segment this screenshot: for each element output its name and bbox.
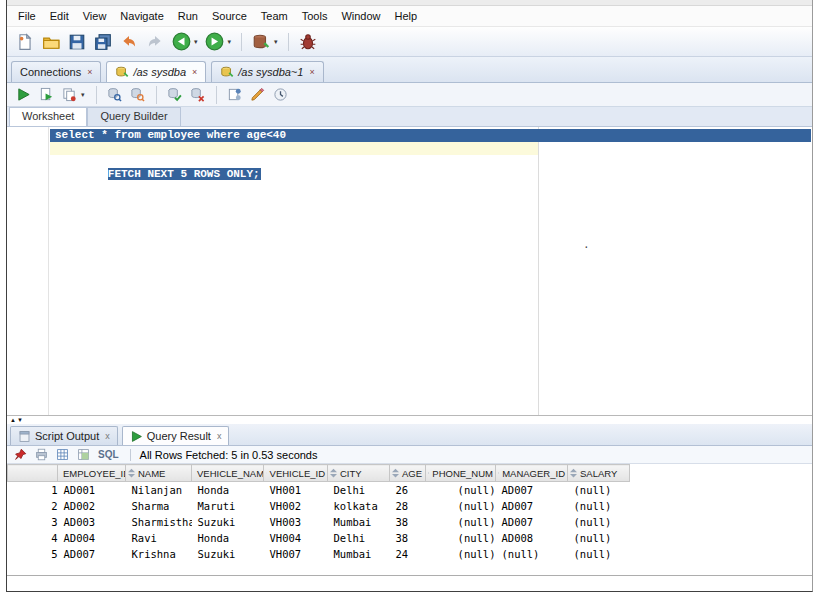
run-script-button[interactable] — [36, 85, 56, 105]
cell-vehicle-name[interactable]: Maruti — [192, 498, 264, 514]
collapse-down-icon[interactable]: ▼ — [17, 417, 23, 423]
column-header-vehicle-id[interactable]: VEHICLE_ID — [264, 465, 328, 482]
cell-salary[interactable]: (null) — [568, 530, 630, 546]
autotrace-dropdown-icon[interactable]: ▾ — [81, 91, 85, 99]
cell-vehicle-id[interactable]: VH001 — [264, 482, 328, 498]
cell-age[interactable]: 38 — [390, 514, 426, 530]
cell-city[interactable]: Delhi — [328, 482, 390, 498]
clear-button[interactable] — [248, 85, 268, 105]
cell-age[interactable]: 28 — [390, 498, 426, 514]
column-header-age[interactable]: AGE — [390, 465, 426, 482]
single-record-button[interactable] — [75, 447, 91, 463]
sql-editor[interactable]: select * from employee where age<40 FETC… — [7, 127, 812, 415]
cell-manager-id[interactable]: (null) — [496, 546, 568, 562]
run-statement-button[interactable] — [13, 85, 33, 105]
menu-run[interactable]: Run — [171, 8, 205, 24]
cell-vehicle-id[interactable]: VH003 — [264, 514, 328, 530]
redo-button[interactable] — [143, 30, 167, 54]
cell-vehicle-id[interactable]: VH004 — [264, 530, 328, 546]
cell-employee-id[interactable]: AD001 — [58, 482, 126, 498]
forward-dropdown-icon[interactable]: ▾ — [228, 38, 232, 46]
autotrace-button[interactable] — [59, 85, 79, 105]
back-button[interactable] — [169, 30, 193, 54]
cell-age[interactable]: 24 — [390, 546, 426, 562]
back-dropdown-icon[interactable]: ▾ — [194, 38, 198, 46]
cell-name[interactable]: Sharmistha — [126, 514, 192, 530]
undo-button[interactable] — [117, 30, 141, 54]
tab-script-output[interactable]: Script Output x — [10, 426, 118, 445]
column-header-salary[interactable]: SALARY — [568, 465, 630, 482]
cell-vehicle-name[interactable]: Suzuki — [192, 546, 264, 562]
sql-line-2[interactable]: FETCH NEXT 5 ROWS ONLY; — [50, 142, 811, 155]
menu-file[interactable]: File — [11, 8, 43, 24]
cell-phone-num[interactable]: (null) — [426, 530, 496, 546]
tab-as-sysdba[interactable]: /as sysdba × — [106, 61, 206, 82]
cell-vehicle-id[interactable]: VH007 — [264, 546, 328, 562]
menu-team[interactable]: Team — [254, 8, 295, 24]
debug-button[interactable] — [296, 30, 320, 54]
db-connect-button[interactable] — [249, 30, 273, 54]
pin-button[interactable] — [12, 447, 28, 463]
print-button[interactable] — [33, 447, 49, 463]
cell-phone-num[interactable]: (null) — [426, 498, 496, 514]
cell-vehicle-name[interactable]: Honda — [192, 530, 264, 546]
cell-city[interactable]: Delhi — [328, 530, 390, 546]
tab-worksheet[interactable]: Worksheet — [9, 107, 87, 126]
cell-manager-id[interactable]: AD007 — [496, 498, 568, 514]
open-folder-button[interactable] — [39, 30, 63, 54]
tab-as-sysdba-1[interactable]: /as sysdba~1 × — [211, 61, 323, 82]
column-header-vehicle-name[interactable]: VEHICLE_NAME — [192, 465, 264, 482]
column-header-manager-id[interactable]: MANAGER_ID — [496, 465, 568, 482]
table-row[interactable]: 2 AD002 Sharma Maruti VH002 kolkata 28 (… — [8, 498, 630, 514]
cell-age[interactable]: 26 — [390, 482, 426, 498]
menu-source[interactable]: Source — [205, 8, 254, 24]
cell-name[interactable]: Krishna — [126, 546, 192, 562]
cell-city[interactable]: kolkata — [328, 498, 390, 514]
close-icon[interactable]: × — [192, 67, 197, 77]
cell-salary[interactable]: (null) — [568, 546, 630, 562]
menu-view[interactable]: View — [76, 8, 114, 24]
cell-city[interactable]: Mumbai — [328, 546, 390, 562]
sql-line-2-text[interactable]: FETCH NEXT 5 ROWS ONLY; — [108, 168, 261, 180]
cell-name[interactable]: Sharma — [126, 498, 192, 514]
column-header-name[interactable]: NAME — [126, 465, 192, 482]
sql-line-1[interactable]: select * from employee where age<40 — [50, 129, 811, 142]
grid-button[interactable] — [54, 447, 70, 463]
cell-salary[interactable]: (null) — [568, 514, 630, 530]
cell-manager-id[interactable]: AD008 — [496, 530, 568, 546]
column-header-phone-num[interactable]: PHONE_NUM — [426, 465, 496, 482]
table-row[interactable]: 5 AD007 Krishna Suzuki VH007 Mumbai 24 (… — [8, 546, 630, 562]
collapse-up-icon[interactable]: ▲ — [10, 417, 16, 423]
menu-navigate[interactable]: Navigate — [113, 8, 170, 24]
sql-history-button[interactable] — [271, 85, 291, 105]
cell-vehicle-name[interactable]: Suzuki — [192, 514, 264, 530]
db-connect-dropdown-icon[interactable]: ▾ — [274, 38, 278, 46]
cell-name[interactable]: Nilanjan — [126, 482, 192, 498]
table-row[interactable]: 3 AD003 Sharmistha Suzuki VH003 Mumbai 3… — [8, 514, 630, 530]
table-row[interactable]: 1 AD001 Nilanjan Honda VH001 Delhi 26 (n… — [8, 482, 630, 498]
cell-city[interactable]: Mumbai — [328, 514, 390, 530]
save-all-button[interactable] — [91, 30, 115, 54]
cell-age[interactable]: 38 — [390, 530, 426, 546]
commit-button[interactable] — [165, 85, 185, 105]
cell-employee-id[interactable]: AD002 — [58, 498, 126, 514]
tab-connections[interactable]: Connections × — [11, 61, 101, 82]
cell-vehicle-name[interactable]: Honda — [192, 482, 264, 498]
new-file-button[interactable] — [13, 30, 37, 54]
menu-tools[interactable]: Tools — [295, 8, 335, 24]
cell-vehicle-id[interactable]: VH002 — [264, 498, 328, 514]
cell-employee-id[interactable]: AD004 — [58, 530, 126, 546]
unshared-worksheet-button[interactable] — [225, 85, 245, 105]
sql-tuning-button[interactable] — [128, 85, 148, 105]
explain-plan-button[interactable] — [105, 85, 125, 105]
menu-window[interactable]: Window — [334, 8, 387, 24]
cell-manager-id[interactable]: AD007 — [496, 482, 568, 498]
menu-edit[interactable]: Edit — [43, 8, 76, 24]
panel-splitter[interactable]: ▲ ▼ — [7, 415, 812, 424]
cell-employee-id[interactable]: AD003 — [58, 514, 126, 530]
close-icon[interactable]: x — [217, 431, 222, 441]
rollback-button[interactable] — [188, 85, 208, 105]
forward-button[interactable] — [203, 30, 227, 54]
cell-salary[interactable]: (null) — [568, 498, 630, 514]
cell-employee-id[interactable]: AD007 — [58, 546, 126, 562]
